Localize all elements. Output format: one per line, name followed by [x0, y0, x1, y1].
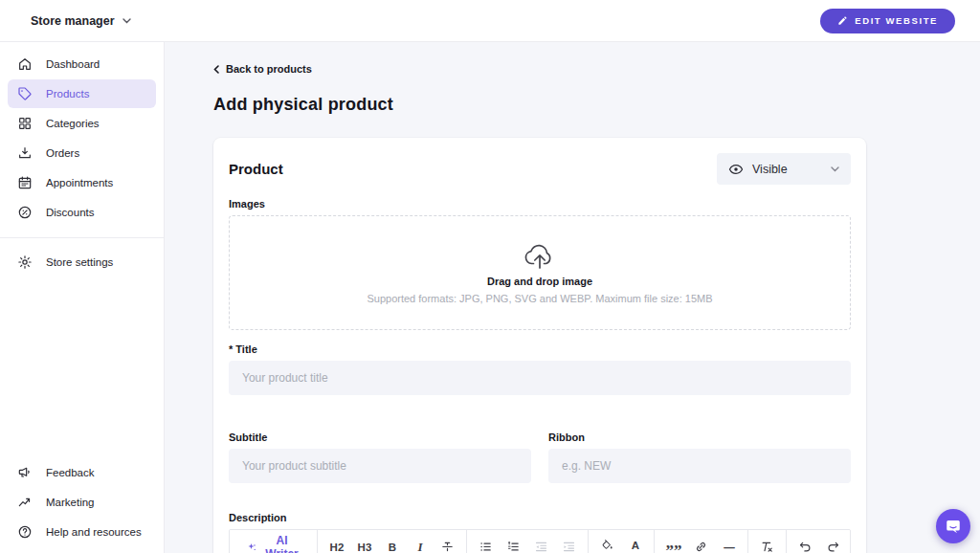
description-editor: AI Writer H2 H3 B I	[229, 529, 851, 553]
description-toolbar: AI Writer H2 H3 B I	[230, 530, 850, 553]
sparkles-icon	[247, 541, 257, 553]
trend-chart-icon	[17, 495, 33, 510]
card-title: Product	[229, 161, 283, 177]
sidebar-item-categories[interactable]: Categories	[8, 109, 156, 138]
sidebar-item-feedback[interactable]: Feedback	[8, 458, 156, 487]
back-to-products-link[interactable]: Back to products	[213, 63, 312, 75]
sidebar-item-orders[interactable]: Orders	[8, 139, 156, 167]
indent-icon	[562, 540, 576, 553]
blockquote-icon: ””	[665, 540, 681, 553]
sidebar-divider	[0, 237, 164, 238]
title-label: * Title	[229, 343, 851, 355]
description-label: Description	[229, 512, 851, 523]
subtitle-label: Subtitle	[229, 431, 531, 443]
product-card: Product Visible Images Drag and drop ima…	[213, 138, 866, 553]
edit-website-label: EDIT WEBSITE	[855, 15, 938, 26]
outdent-icon	[534, 540, 548, 553]
strikethrough-button[interactable]	[434, 534, 461, 553]
link-button[interactable]	[687, 534, 715, 553]
sidebar-item-help[interactable]: Help and resources	[8, 518, 156, 546]
ribbon-label: Ribbon	[548, 431, 851, 443]
clear-formatting-button[interactable]	[753, 534, 781, 553]
sidebar-item-store-settings[interactable]: Store settings	[8, 248, 156, 276]
redo-button[interactable]	[819, 534, 847, 553]
image-dropzone[interactable]: Drag and drop image Supported formats: J…	[229, 215, 851, 330]
grid-icon	[17, 116, 33, 131]
sidebar-item-label: Store settings	[46, 256, 113, 268]
product-subtitle-input[interactable]	[229, 449, 531, 483]
sidebar-item-label: Dashboard	[46, 58, 100, 70]
sidebar-item-appointments[interactable]: Appointments	[8, 168, 156, 197]
heading-2-button[interactable]: H2	[323, 534, 350, 553]
sidebar-item-dashboard[interactable]: Dashboard	[8, 50, 156, 78]
text-color-button[interactable]: A	[621, 534, 649, 553]
bullet-list-icon	[479, 540, 493, 553]
chat-launcher-button[interactable]	[936, 509, 970, 543]
chevron-down-icon	[831, 166, 839, 172]
sidebar-item-discounts[interactable]: Discounts	[8, 198, 156, 227]
horizontal-rule-icon: —	[724, 542, 735, 553]
help-circle-icon	[17, 524, 33, 540]
fill-color-icon	[601, 539, 613, 551]
images-label: Images	[229, 198, 851, 210]
bullet-list-button[interactable]	[472, 534, 500, 553]
home-icon	[17, 56, 33, 72]
sidebar: Dashboard Products Categories Orders App…	[0, 42, 165, 553]
sidebar-item-label: Products	[46, 88, 89, 100]
store-manager-label: Store manager	[31, 14, 115, 28]
sidebar-item-label: Orders	[46, 147, 79, 159]
store-manager-menu[interactable]: Store manager	[31, 14, 131, 28]
dropzone-hint: Supported formats: JPG, PNG, SVG and WEB…	[367, 293, 712, 304]
chevron-left-icon	[213, 65, 219, 74]
blockquote-button[interactable]: ””	[659, 534, 687, 553]
sidebar-item-products[interactable]: Products	[8, 79, 156, 108]
ordered-list-button[interactable]	[500, 534, 527, 553]
sidebar-item-label: Feedback	[46, 467, 95, 478]
italic-button[interactable]: I	[406, 534, 434, 553]
sidebar-item-marketing[interactable]: Marketing	[8, 488, 156, 517]
undo-button[interactable]	[791, 534, 819, 553]
ai-writer-button[interactable]: AI Writer	[234, 534, 312, 553]
chevron-down-icon	[122, 18, 131, 24]
top-bar: Store manager EDIT WEBSITE	[0, 0, 980, 42]
product-ribbon-input[interactable]	[548, 449, 851, 483]
chat-bubble-icon	[945, 518, 962, 535]
sidebar-item-label: Help and resources	[46, 526, 142, 538]
pencil-icon	[837, 15, 848, 26]
indent-button[interactable]	[555, 534, 583, 553]
gear-icon	[17, 254, 33, 270]
heading-3-button[interactable]: H3	[350, 534, 378, 553]
cloud-upload-icon	[522, 241, 558, 270]
eye-icon	[728, 162, 744, 177]
download-tray-icon	[17, 145, 33, 161]
horizontal-rule-button[interactable]: —	[715, 534, 743, 553]
calendar-icon	[17, 175, 33, 190]
sidebar-item-label: Marketing	[46, 497, 95, 508]
tag-icon	[17, 86, 33, 101]
edit-website-button[interactable]: EDIT WEBSITE	[820, 9, 955, 33]
sidebar-item-label: Categories	[46, 118, 100, 129]
main-content: Back to products Add physical product Pr…	[165, 42, 980, 553]
dropzone-title: Drag and drop image	[487, 276, 592, 287]
ordered-list-icon	[506, 540, 521, 553]
megaphone-icon	[17, 465, 33, 480]
discount-icon	[17, 205, 33, 220]
page-title: Add physical product	[213, 95, 980, 115]
product-title-input[interactable]	[229, 361, 851, 395]
sidebar-item-label: Discounts	[46, 207, 95, 218]
sidebar-item-label: Appointments	[46, 177, 113, 188]
bold-button[interactable]: B	[378, 534, 406, 553]
visibility-select[interactable]: Visible	[717, 153, 851, 185]
redo-icon	[826, 540, 840, 553]
link-icon	[694, 540, 708, 553]
highlight-color-button[interactable]	[593, 534, 621, 553]
strikethrough-icon	[440, 540, 455, 553]
outdent-button[interactable]	[527, 534, 555, 553]
clear-formatting-icon	[760, 540, 774, 553]
undo-icon	[798, 540, 813, 553]
visibility-value: Visible	[752, 163, 788, 176]
